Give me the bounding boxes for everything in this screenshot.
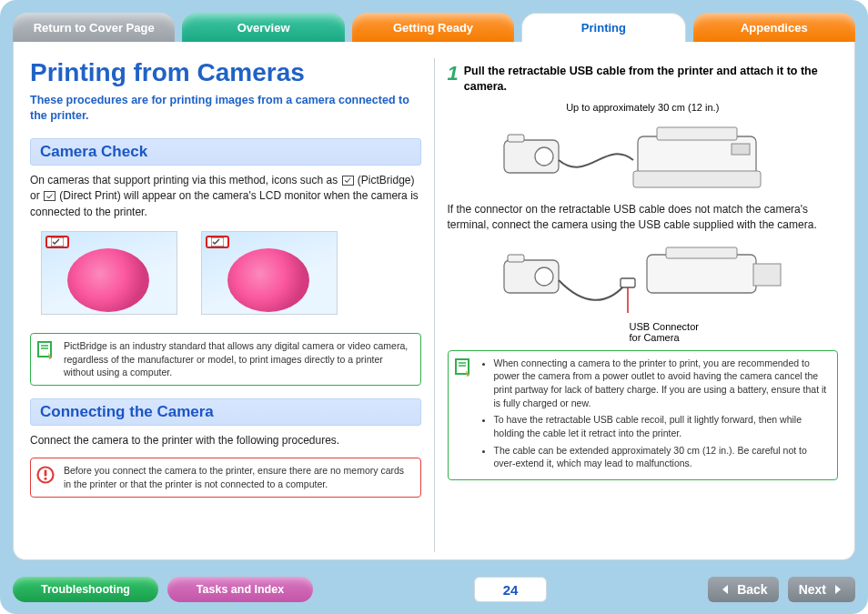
svg-rect-12 [633,171,761,187]
diagram2-caption: USB Connector for Camera [630,321,839,343]
svg-rect-11 [638,136,756,176]
tab-return-cover[interactable]: Return to Cover Page [13,13,175,42]
intro-text: These procedures are for printing images… [30,93,421,124]
step1-tips-list: When connecting a camera to the printer … [481,357,829,475]
svg-rect-13 [657,127,737,140]
direct-print-icon [44,191,56,201]
connecting-body: Connect the camera to the printer with t… [30,433,421,448]
svg-rect-21 [753,264,781,286]
svg-rect-22 [666,247,737,258]
section-heading-connecting: Connecting the Camera [30,398,421,426]
left-column: Printing from Cameras These procedures a… [30,58,421,552]
connect-warning-text: Before you connect the camera to the pri… [64,464,411,490]
lcd-thumb-1-badge-icon [45,236,69,248]
tip-item: The cable can be extended approximately … [494,444,829,470]
step-1-heading: 1 Pull the retractable USB cable from th… [448,64,839,95]
pictbridge-icon [342,176,354,186]
top-tab-bar: Return to Cover Page Overview Getting Re… [13,13,855,42]
tip-item: When connecting a camera to the printer … [494,357,829,410]
page-body: Printing from Cameras These procedures a… [13,42,855,560]
lcd-thumb-1 [41,231,177,315]
tab-printing-active[interactable]: Printing [521,13,685,42]
right-column: 1 Pull the retractable USB cable from th… [448,58,839,552]
diagram-camera-to-printer-2 [448,243,839,323]
note-icon [454,357,474,475]
svg-rect-17 [508,255,524,262]
tab-getting-ready[interactable]: Getting Ready [352,13,514,42]
next-button[interactable]: Next [788,577,855,602]
diagram-camera-to-printer-1 [448,118,839,198]
svg-rect-10 [508,135,524,142]
usb-connector-label-l1: USB Connector [630,321,699,332]
lcd-thumb-2 [201,231,338,315]
pictbridge-note: PictBridge is an industry standard that … [30,333,421,386]
page-number: 24 [474,577,547,602]
tab-appendices[interactable]: Appendices [693,13,855,42]
svg-rect-14 [732,144,750,155]
lcd-thumb-2-badge-icon [206,236,229,248]
bottom-bar: Troubleshooting Tasks and Index 24 Back … [13,574,855,605]
step-number: 1 [448,64,459,84]
triangle-right-icon [832,583,844,596]
tab-overview[interactable]: Overview [182,13,344,42]
diagram1-caption: Up to approximately 30 cm (12 in.) [448,102,839,113]
svg-point-9 [535,147,553,166]
troubleshooting-button[interactable]: Troubleshooting [13,577,158,602]
lcd-examples [30,229,421,326]
back-label: Back [737,582,767,597]
svg-rect-18 [621,278,635,287]
body-post: (Direct Print) will appear on the camera… [30,189,419,217]
connect-warning: Before you connect the camera to the pri… [30,458,421,497]
usb-connector-label-l2: for Camera [630,332,680,343]
camera-check-body: On cameras that support printing via thi… [30,173,421,220]
step1-tips-box: When connecting a camera to the printer … [448,350,839,481]
section-heading-camera-check: Camera Check [30,138,421,166]
svg-rect-20 [647,255,756,293]
step-instruction: Pull the retractable USB cable from the … [464,64,838,95]
note-icon [36,339,56,379]
next-label: Next [799,582,826,597]
tip-item: To have the retractable USB cable recoil… [494,413,829,439]
triangle-left-icon [719,583,732,596]
column-divider [434,58,435,552]
tasks-index-button[interactable]: Tasks and Index [167,577,313,602]
pictbridge-note-text: PictBridge is an industry standard that … [64,339,411,379]
warning-icon [36,464,56,490]
back-button[interactable]: Back [708,577,778,602]
page-frame: Return to Cover Page Overview Getting Re… [0,0,868,614]
page-title: Printing from Cameras [30,58,421,87]
svg-rect-6 [45,470,47,477]
svg-point-16 [535,267,553,286]
body-pre: On cameras that support printing via thi… [30,174,341,186]
step1-body2: If the connector on the retractable USB … [448,202,839,234]
svg-point-7 [45,478,47,480]
